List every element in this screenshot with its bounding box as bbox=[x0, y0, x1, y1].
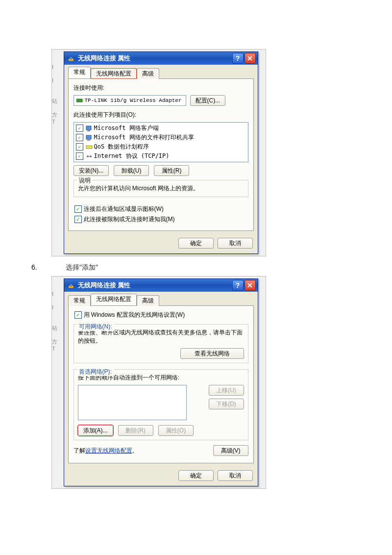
tab-wireless-config[interactable]: 无线网络配置 bbox=[91, 68, 137, 79]
help-button[interactable]: ? bbox=[232, 280, 244, 291]
checkbox-limited-notify[interactable]: ✓ bbox=[74, 216, 82, 223]
checkbox[interactable]: ✓ bbox=[76, 125, 83, 132]
list-item[interactable]: ✓ Microsoft 网络客户端 bbox=[75, 124, 247, 133]
list-item[interactable]: ✓ Microsoft 网络的文件和打印机共享 bbox=[75, 133, 247, 142]
checkbox[interactable]: ✓ bbox=[76, 143, 83, 151]
svg-rect-0 bbox=[69, 59, 74, 61]
properties-dialog-1: 无线网络连接 属性 ? ✕ 常规 无线网络配置 高级 连接时使用: TP-LIN… bbox=[64, 51, 258, 254]
list-item[interactable]: ✓ Internet 协议 (TCP/IP) bbox=[75, 151, 247, 161]
dialog-buttons: 确定 取消 bbox=[64, 466, 258, 486]
available-networks-title: 可用网络(N): bbox=[77, 323, 114, 331]
view-networks-button[interactable]: 查看无线网络 bbox=[180, 348, 244, 359]
tab-content-wireless: ✓ 用 Windows 配置我的无线网络设置(W) 可用网络(N): 要连接、断… bbox=[68, 306, 254, 463]
screenshot-frame-2: tI站方T 无线网络连接 属性 ? ✕ 常规 无线网络配置 高级 ✓ 用 Win… bbox=[51, 276, 266, 489]
nic-icon bbox=[76, 97, 84, 104]
close-button[interactable]: ✕ bbox=[245, 53, 256, 64]
ok-button[interactable]: 确定 bbox=[178, 238, 214, 249]
client-icon bbox=[85, 125, 93, 132]
checkbox[interactable]: ✓ bbox=[76, 152, 83, 160]
learn-link[interactable]: 设置无线网络配置 bbox=[85, 447, 132, 454]
properties-button[interactable]: 属性(O) bbox=[158, 425, 194, 436]
app-icon bbox=[67, 281, 75, 289]
advanced-button[interactable]: 高级(V) bbox=[213, 445, 248, 456]
properties-dialog-2: 无线网络连接 属性 ? ✕ 常规 无线网络配置 高级 ✓ 用 Windows 配… bbox=[64, 278, 258, 486]
step-text: 选择"添加" bbox=[66, 263, 98, 272]
cancel-button[interactable]: 取消 bbox=[218, 470, 253, 481]
help-button[interactable]: ? bbox=[232, 53, 244, 64]
svg-rect-1 bbox=[76, 99, 82, 102]
description-text: 允许您的计算机访问 Microsoft 网络上的资源。 bbox=[78, 184, 244, 193]
cancel-button[interactable]: 取消 bbox=[218, 238, 253, 249]
configure-button[interactable]: 配置(C)... bbox=[190, 95, 226, 106]
install-button[interactable]: 安装(N)... bbox=[74, 165, 109, 176]
add-button[interactable]: 添加(A)... bbox=[78, 425, 113, 436]
tabs: 常规 无线网络配置 高级 bbox=[68, 68, 254, 79]
checkbox-show-icon[interactable]: ✓ bbox=[74, 205, 82, 213]
move-up-button[interactable]: 上移(U) bbox=[209, 385, 244, 396]
properties-button[interactable]: 属性(R) bbox=[154, 165, 189, 176]
remove-button[interactable]: 删除(R) bbox=[118, 425, 153, 436]
available-networks-text: 要连接、断开区域内无线网络或查找有关更多信息，请单击下面的按钮。 bbox=[78, 328, 244, 345]
limited-notify-label: 此连接被限制或无连接时通知我(M) bbox=[84, 215, 175, 224]
dialog-title: 无线网络连接 属性 bbox=[78, 54, 231, 63]
tab-advanced[interactable]: 高级 bbox=[137, 68, 159, 79]
move-down-button[interactable]: 下移(D) bbox=[209, 399, 244, 409]
preferred-networks-group: 首选网络(P): 按下面的顺序自动连接到一个可用网络: 上移(U) 下移(D) … bbox=[74, 369, 248, 440]
tab-advanced[interactable]: 高级 bbox=[137, 295, 159, 306]
dialog-buttons: 确定 取消 bbox=[64, 234, 258, 253]
item-label: Microsoft 网络的文件和打印机共享 bbox=[94, 133, 194, 142]
titlebar[interactable]: 无线网络连接 属性 ? ✕ bbox=[64, 52, 258, 65]
svg-rect-5 bbox=[86, 135, 91, 139]
components-list[interactable]: ✓ Microsoft 网络客户端 ✓ Microsoft 网络的文件和打印机共… bbox=[74, 122, 248, 162]
learn-suffix: 。 bbox=[132, 447, 138, 454]
item-label: Microsoft 网络客户端 bbox=[94, 124, 159, 132]
ok-button[interactable]: 确定 bbox=[178, 470, 214, 481]
preferred-networks-title: 首选网络(P): bbox=[77, 368, 114, 376]
svg-rect-3 bbox=[86, 126, 91, 130]
adapter-field[interactable]: TP-LINK 11b/g Wireless Adapter bbox=[74, 95, 186, 106]
svg-rect-7 bbox=[86, 146, 92, 149]
screenshot-frame-1: tI站方T 无线网络连接 属性 ? ✕ 常规 无线网络配置 高级 连接时使用: bbox=[51, 49, 266, 256]
description-group: 说明 允许您的计算机访问 Microsoft 网络上的资源。 bbox=[74, 180, 248, 197]
use-windows-label: 用 Windows 配置我的无线网络设置(W) bbox=[84, 311, 185, 319]
close-button[interactable]: ✕ bbox=[245, 280, 256, 291]
item-label: Internet 协议 (TCP/IP) bbox=[94, 152, 170, 160]
tab-general[interactable]: 常规 bbox=[68, 295, 91, 306]
svg-rect-2 bbox=[82, 100, 83, 101]
tab-general[interactable]: 常规 bbox=[68, 67, 91, 78]
connect-using-label: 连接时使用: bbox=[74, 84, 248, 92]
learn-prefix: 了解 bbox=[74, 447, 85, 454]
svg-rect-6 bbox=[87, 140, 90, 141]
dialog-title: 无线网络连接 属性 bbox=[78, 281, 231, 290]
show-icon-label: 连接后在通知区域显示图标(W) bbox=[84, 205, 164, 213]
list-item[interactable]: ✓ QoS 数据包计划程序 bbox=[75, 142, 247, 151]
svg-rect-11 bbox=[69, 286, 74, 288]
qos-icon bbox=[85, 144, 93, 151]
share-icon bbox=[85, 134, 93, 141]
background-text: tI站方T bbox=[52, 63, 58, 125]
step-number: 6. bbox=[29, 263, 66, 271]
available-networks-group: 可用网络(N): 要连接、断开区域内无线网络或查找有关更多信息，请单击下面的按钮… bbox=[74, 324, 248, 363]
tab-content-general: 连接时使用: TP-LINK 11b/g Wireless Adapter 配置… bbox=[68, 79, 254, 231]
checkbox[interactable]: ✓ bbox=[76, 134, 83, 141]
app-icon bbox=[67, 54, 75, 62]
adapter-name: TP-LINK 11b/g Wireless Adapter bbox=[85, 98, 182, 103]
tab-wireless-config[interactable]: 无线网络配置 bbox=[91, 294, 137, 305]
titlebar[interactable]: 无线网络连接 属性 ? ✕ bbox=[64, 279, 258, 292]
checkbox-use-windows[interactable]: ✓ bbox=[74, 311, 82, 319]
tabs: 常规 无线网络配置 高级 bbox=[68, 295, 254, 306]
background-text: tI站方T bbox=[52, 290, 58, 352]
items-label: 此连接使用下列项目(O): bbox=[74, 111, 248, 119]
item-label: QoS 数据包计划程序 bbox=[94, 143, 149, 151]
preferred-list[interactable] bbox=[78, 385, 187, 420]
description-title: 说明 bbox=[77, 177, 93, 185]
svg-rect-4 bbox=[87, 130, 90, 131]
protocol-icon bbox=[85, 153, 93, 160]
step-6: 6. 选择"添加" bbox=[29, 263, 363, 272]
uninstall-button[interactable]: 卸载(U) bbox=[114, 165, 149, 176]
